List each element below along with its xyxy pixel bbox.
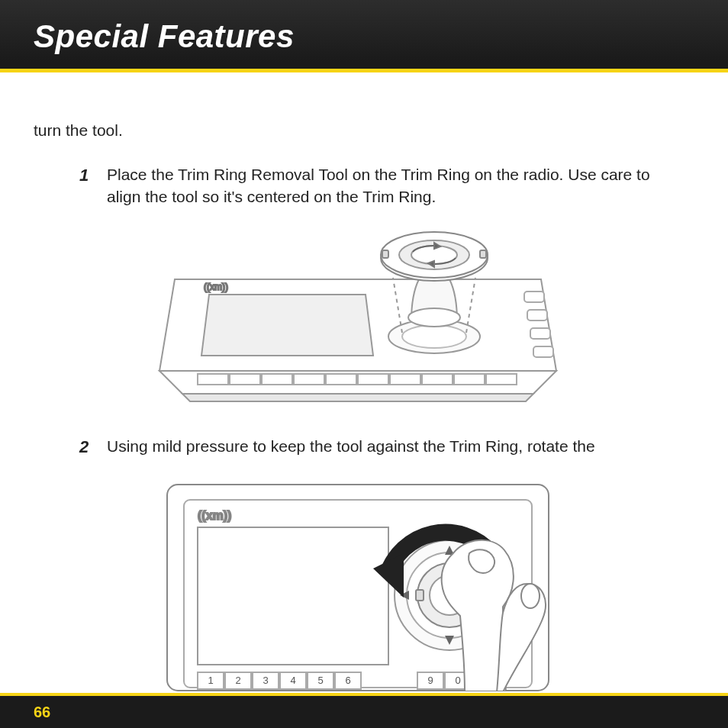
step-number: 2: [79, 436, 107, 459]
page-body: turn the tool. 1 Place the Trim Ring Rem…: [0, 72, 728, 728]
svg-rect-29: [382, 250, 388, 258]
svg-rect-15: [527, 310, 547, 321]
step-text: Place the Trim Ring Removal Tool on the …: [107, 164, 682, 208]
svg-rect-8: [326, 374, 356, 385]
svg-rect-5: [230, 374, 260, 385]
step-list-2: 2 Using mild pressure to keep the tool a…: [34, 436, 682, 459]
key-label: 0: [455, 675, 460, 686]
step-1: 1 Place the Trim Ring Removal Tool on th…: [79, 164, 682, 208]
step-text: Using mild pressure to keep the tool aga…: [107, 436, 682, 459]
step-2: 2 Using mild pressure to keep the tool a…: [79, 436, 682, 459]
svg-rect-16: [530, 328, 550, 339]
svg-marker-1: [182, 394, 533, 401]
page-number: 66: [34, 704, 50, 721]
svg-rect-4: [198, 374, 228, 385]
manual-page: Special Features turn the tool. 1 Place …: [0, 0, 728, 728]
key-label: 5: [317, 675, 323, 686]
svg-rect-6: [262, 374, 292, 385]
svg-rect-14: [524, 292, 544, 302]
svg-point-19: [402, 325, 466, 348]
step-list: 1 Place the Trim Ring Removal Tool on th…: [34, 164, 682, 208]
key-label: 1: [208, 675, 213, 686]
figure-1: ((xm)): [34, 218, 682, 414]
intro-fragment: turn the tool.: [34, 120, 682, 141]
svg-rect-9: [358, 374, 388, 385]
page-header: Special Features: [0, 0, 728, 72]
svg-rect-7: [294, 374, 324, 385]
step-number: 1: [79, 164, 107, 208]
svg-text:((xm)): ((xm)): [198, 509, 231, 522]
page-title: Special Features: [34, 18, 728, 55]
key-label: 3: [263, 675, 268, 686]
svg-rect-13: [486, 374, 517, 385]
svg-rect-11: [422, 374, 453, 385]
svg-rect-30: [480, 250, 486, 258]
svg-point-22: [408, 308, 460, 327]
page-footer: 66: [0, 693, 728, 728]
svg-rect-36: [198, 527, 388, 665]
radio-tool-perspective-icon: ((xm)): [144, 218, 572, 409]
key-label: 2: [235, 675, 240, 686]
svg-point-57: [521, 584, 540, 608]
key-label: 6: [345, 675, 350, 686]
svg-rect-12: [454, 374, 485, 385]
svg-rect-54: [416, 590, 424, 601]
svg-text:((xm)): ((xm)): [204, 282, 228, 292]
key-label: 9: [427, 675, 433, 686]
svg-rect-10: [390, 374, 420, 385]
figure-2: ((xm)) 1 2 3 4 5 6 9 0: [34, 469, 682, 704]
key-label: 4: [290, 675, 295, 686]
svg-rect-17: [533, 346, 553, 357]
radio-rotate-front-icon: ((xm)) 1 2 3 4 5 6 9 0: [144, 469, 572, 698]
svg-marker-3: [201, 295, 373, 356]
